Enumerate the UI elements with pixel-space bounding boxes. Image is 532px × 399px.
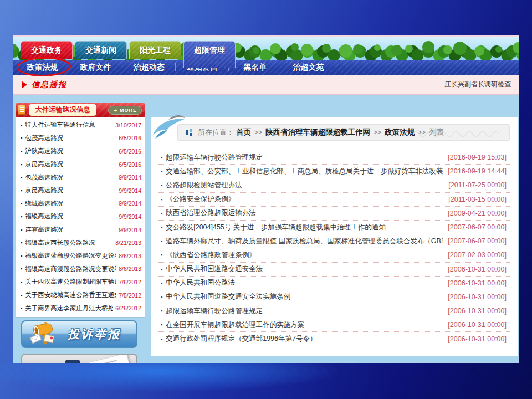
- bullet-icon: ▪: [21, 201, 22, 206]
- nav-blacklist[interactable]: 黑名单: [229, 60, 282, 75]
- site-swoosh-logo-icon: [152, 111, 186, 141]
- road-info-title: 福银高速路况: [25, 212, 63, 221]
- article-row[interactable]: ▪中华人民共和国道路交通安全法[2006-10-31 00:00]: [158, 263, 510, 277]
- road-info-date: 9/9/2014: [116, 200, 141, 207]
- road-info-title: 福银高速蓝商段公路路况变更说明: [25, 252, 116, 260]
- bullet-icon: ▪: [161, 224, 162, 230]
- bullet-icon: ▪: [161, 155, 162, 160]
- article-title: 在全国开展车辆超限超载治理工作的实施方案: [166, 320, 304, 330]
- article-date: [2009-04-21 00:00]: [443, 209, 510, 217]
- breadcrumb-home[interactable]: 首页: [236, 127, 251, 137]
- tab-sunshine-project[interactable]: 阳光工程: [129, 41, 181, 59]
- article-title: 陕西省治理公路超限运输办法: [166, 208, 256, 218]
- road-info-date: 7/5/2012: [116, 292, 141, 299]
- article-date: [2006-10-31 00:00]: [443, 293, 510, 301]
- article-date: [2011-03-15 00:00]: [444, 196, 510, 203]
- location-icon: [186, 129, 192, 136]
- article-row[interactable]: ▪超限运输车辆行驶公路管理规定[2006-10-31 00:00]: [158, 304, 510, 318]
- bullet-icon: ▪: [21, 175, 22, 180]
- sidebar-list-item[interactable]: ▪京昆高速路况6/5/2016: [16, 158, 145, 171]
- sidebar-list-item[interactable]: ▪特大件运输车辆通行信息3/10/2017: [16, 119, 145, 132]
- article-title: 公路超限检测站管理办法: [166, 181, 242, 190]
- bullet-icon: ▪: [21, 253, 22, 259]
- bullet-icon: ▪: [161, 322, 162, 328]
- article-title: 中华人民共和国公路法: [166, 278, 235, 288]
- ticker-label: 信息播报: [32, 80, 67, 90]
- bullet-icon: ▪: [21, 279, 22, 285]
- bullet-icon: ▪: [161, 197, 162, 202]
- article-row[interactable]: ▪超限运输车辆行驶公路管理规定[2016-09-19 15:03]: [158, 151, 510, 165]
- article-date: [2011-07-25 00:00]: [444, 181, 510, 189]
- sidebar-list-item[interactable]: ▪绕城高速路况9/9/2014: [16, 197, 145, 211]
- bullet-icon: ▪: [161, 280, 162, 286]
- road-info-title: 福银高速商漫段公路路况变更说明: [25, 265, 116, 273]
- sidebar-list-item[interactable]: ▪福银高速西长段公路路况8/21/2013: [16, 236, 145, 249]
- sidebar-list-item[interactable]: ▪京昆高速路况9/9/2014: [16, 184, 145, 197]
- bullet-icon: ▪: [21, 135, 22, 141]
- road-info-title: 关于西安绕城高速公路香王互通式: [25, 291, 116, 299]
- nav-overload-control-culture[interactable]: 治超文苑: [282, 60, 335, 75]
- article-date: [2007-02-03 00:00]: [443, 251, 510, 259]
- sidebar-list-item[interactable]: ▪连霍高速路况9/9/2014: [16, 223, 145, 237]
- article-row[interactable]: ▪中华人民共和国公路法[2006-10-31 00:00]: [158, 277, 510, 290]
- bullet-icon: ▪: [21, 188, 22, 193]
- article-date: [2006-10-31 00:00]: [443, 265, 510, 273]
- tab-traffic-affairs[interactable]: 交通政务: [21, 41, 73, 59]
- article-row[interactable]: ▪交通运输部、公安部、工业和信息化部、工商总局、质检总局关于进一步做好货车非法改…: [158, 165, 510, 178]
- road-info-date: 6/5/2016: [116, 135, 141, 141]
- sidebar-list-item[interactable]: ▪沪陕高速路况6/5/2016: [16, 145, 145, 158]
- sidebar-list-item[interactable]: ▪福银高速路况9/9/2014: [16, 210, 145, 223]
- sidebar-list-item[interactable]: ▪包茂高速路况6/5/2016: [16, 132, 145, 145]
- content-area: 大件运输路况信息 ➜MORE ▪特大件运输车辆通行信息3/10/2017▪包茂高…: [13, 95, 519, 363]
- road-info-date: 3/10/2017: [113, 122, 141, 129]
- ticker-message-link[interactable]: 庄长兴副省长调研检查: [444, 80, 511, 89]
- sidebar-list-item[interactable]: ▪福银高速蓝商段公路路况变更说明8/6/2013: [16, 249, 145, 263]
- article-list: ▪超限运输车辆行驶公路管理规定[2016-09-19 15:03]▪交通运输部、…: [158, 151, 510, 346]
- tab-overload-management[interactable]: 超限管理: [183, 41, 236, 68]
- road-info-title: 福银高速西长段公路路况: [25, 239, 95, 247]
- bullet-icon: ▪: [161, 308, 162, 314]
- article-row[interactable]: ▪交公路发[2004]455号 关于进一步加强车辆超限超载集中治理工作的通知[2…: [158, 221, 510, 234]
- sidebar-list-item[interactable]: ▪福银高速商漫段公路路况变更说明8/6/2013: [16, 263, 145, 276]
- road-info-title: 包茂高速路况: [25, 173, 63, 182]
- sidebar-header: 大件运输路况信息 ➜MORE: [16, 103, 145, 117]
- article-row[interactable]: ▪《公路安全保护条例》[2011-03-15 00:00]: [158, 193, 510, 207]
- article-row[interactable]: ▪道路车辆外廓尺寸、轴荷及质量限值 国家质检总局、国家标准化管理委员会联合发布（…: [158, 234, 510, 248]
- road-info-date: 6/5/2016: [116, 161, 141, 168]
- bullet-icon: ▪: [161, 336, 162, 342]
- article-row[interactable]: ▪《陕西省公路路政管理条例》[2007-02-03 00:00]: [158, 248, 510, 262]
- bullet-icon: ▪: [161, 252, 162, 258]
- article-row[interactable]: ▪陕西省治理公路超限运输办法[2009-04-21 00:00]: [158, 207, 510, 221]
- sidebar-list-item[interactable]: ▪包茂高速路况9/9/2014: [16, 171, 145, 184]
- sidebar-list-item[interactable]: ▪关于西汉高速公路限制超限车辆通7/6/2012: [16, 275, 145, 289]
- bullet-icon: ▪: [161, 267, 162, 272]
- secondary-button-partial[interactable]: [21, 354, 137, 363]
- article-row[interactable]: ▪公路超限检测站管理办法[2011-07-25 00:00]: [158, 178, 510, 192]
- tab-traffic-news[interactable]: 交通新闻: [75, 41, 127, 59]
- bullet-icon: ▪: [21, 214, 22, 219]
- bullet-icon: ▪: [161, 238, 162, 244]
- bullet-icon: ▪: [161, 182, 162, 188]
- bullet-icon: ▪: [21, 240, 22, 245]
- article-row[interactable]: ▪在全国开展车辆超限超载治理工作的实施方案[2006-10-31 00:00]: [158, 318, 510, 332]
- sidebar-list-item[interactable]: ▪关于西安绕城高速公路香王互通式7/5/2012: [16, 289, 145, 302]
- road-info-title: 绕城高速路况: [25, 200, 63, 208]
- article-date: [2016-09-19 15:03]: [443, 154, 510, 161]
- road-info-date: 8/6/2013: [116, 253, 141, 259]
- complaint-report-button[interactable]: 投诉举报: [21, 320, 137, 348]
- article-row[interactable]: ▪交通行政处罚程序规定（交通部1996年第7号令）[2006-10-31 00:…: [158, 332, 510, 346]
- more-button[interactable]: ➜MORE: [108, 106, 142, 115]
- website-screenshot: 交通政务交通新闻阳光工程超限管理 政策法规政府文件治超动态通知公告黑名单治超文苑…: [13, 35, 519, 363]
- more-button-label: MORE: [120, 108, 137, 113]
- sidebar-list: ▪特大件运输车辆通行信息3/10/2017▪包茂高速路况6/5/2016▪沪陕高…: [16, 117, 145, 318]
- breadcrumb-policy-regulations[interactable]: 政策法规: [385, 127, 415, 137]
- main-content-panel: 所在位置： 首页>>陕西省治理车辆超限超载工作网>>政策法规>>列表 ▪超限运输…: [151, 117, 518, 356]
- sidebar-title: 大件运输路况信息: [29, 104, 96, 116]
- sidebar-list-item[interactable]: ▪关于商界高速李家庄丹江大桥处临6/26/2012: [16, 301, 145, 315]
- document-image: [83, 354, 131, 363]
- article-row[interactable]: ▪中华人民共和国道路交通安全法实施条例[2006-10-31 00:00]: [158, 290, 510, 304]
- article-date: [2006-10-31 00:00]: [443, 321, 510, 329]
- breadcrumb-site-name[interactable]: 陕西省治理车辆超限超载工作网: [265, 127, 370, 137]
- road-info-title: 京昆高速路况: [25, 186, 63, 195]
- road-info-title: 沪陕高速路况: [25, 147, 63, 155]
